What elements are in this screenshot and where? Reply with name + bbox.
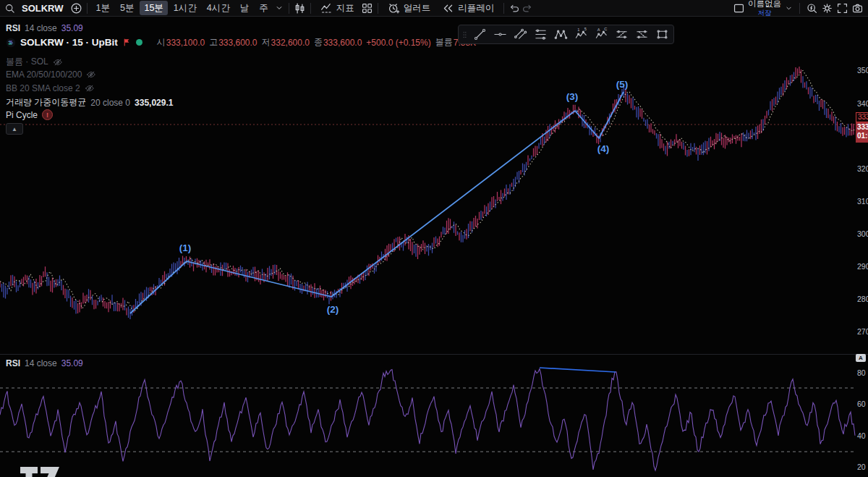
rsi-params: 14 close [25, 358, 57, 368]
xabcd-pattern-tool-icon[interactable] [550, 26, 571, 43]
eye-off-icon[interactable] [86, 69, 96, 80]
quick-search-icon[interactable] [806, 2, 818, 14]
indicators-button[interactable]: 지표 [315, 1, 359, 16]
alarm-clock-icon [388, 2, 400, 14]
legend-row-ema[interactable]: EMA 20/50/100/200 [6, 69, 96, 80]
legend-row-vwma[interactable]: 거래량 가중이동평균 20 close 0 335,029.1 [6, 96, 173, 109]
search-icon[interactable] [4, 3, 15, 14]
alert-price-label[interactable]: 333,100.0 [856, 112, 868, 122]
elliott-impulse-wave-tool-icon[interactable]: 15 [571, 26, 591, 43]
timeframe-5분[interactable]: 5분 [116, 1, 138, 15]
alert-button[interactable]: 얼러트 [383, 1, 436, 16]
rsi-value: 35.09 [61, 358, 83, 368]
long-position-tool-icon[interactable] [611, 26, 631, 43]
chevron-down-icon[interactable] [274, 3, 284, 13]
short-position-tool-icon[interactable] [631, 26, 652, 43]
main-symbol-legend[interactable]: SOLKRW · 15 · UpBit 시333,100.0 고333,600.… [6, 36, 476, 48]
timeframe-주[interactable]: 주 [255, 1, 273, 15]
last-price-label: 333,600.0 01:5 [856, 122, 868, 143]
flag-icon[interactable] [122, 38, 132, 47]
picycle-indicator-label: Pi Cycle [6, 110, 38, 120]
timeframe-1분[interactable]: 1분 [92, 1, 114, 15]
indicator-templates-icon[interactable] [361, 2, 373, 14]
rsi-value: 35.09 [61, 23, 83, 33]
ohlc-open-key: 시 [157, 36, 166, 48]
price-axis-tick: 340,000 [857, 99, 868, 108]
timeframe-날[interactable]: 날 [236, 1, 254, 15]
chart-canvas[interactable]: (1)(2)(3)(4)(5) [0, 0, 868, 477]
layout-name-label: 이름없음 [748, 0, 781, 9]
chart-style-candles-icon[interactable] [294, 2, 306, 14]
replay-label: 리플레이 [458, 2, 494, 14]
camera-icon[interactable] [851, 2, 864, 14]
eye-off-icon[interactable] [85, 83, 95, 93]
toolbar-right-group: 이름없음 저장 [733, 0, 864, 16]
timeframe-1시간[interactable]: 1시간 [169, 1, 201, 15]
legend-collapse-button[interactable]: ▲ [6, 123, 23, 135]
floating-drawing-toolbar: 15AC [458, 25, 674, 44]
compare-add-icon[interactable] [70, 2, 82, 14]
error-icon[interactable]: ! [42, 109, 53, 120]
elliott-wave-label[interactable]: (3) [566, 91, 579, 102]
eye-off-icon[interactable] [53, 57, 63, 67]
vwma-params: 20 close 0 [90, 98, 130, 108]
legend-row-picycle[interactable]: Pi Cycle ! [6, 109, 53, 120]
layout-icon[interactable] [733, 2, 745, 14]
replay-button[interactable]: 리플레이 [437, 1, 499, 16]
undo-icon[interactable] [509, 2, 520, 14]
elliott-wave-label[interactable]: (2) [327, 304, 339, 315]
elliott-wave-label[interactable]: (1) [179, 242, 192, 253]
rectangle-tool-icon[interactable] [652, 26, 672, 43]
price-axis-tick: 270,000 [857, 327, 868, 336]
ohlc-close-value: 333,600.0 [323, 38, 362, 48]
indicators-icon [320, 2, 333, 14]
legend-row-volume[interactable]: 볼륨 · SOL [6, 56, 63, 68]
vwma-indicator-label: 거래량 가중이동평균 [6, 96, 86, 109]
rsi-top-legend[interactable]: RSI 14 close 35.09 [6, 23, 83, 33]
market-status-dot[interactable] [136, 39, 142, 46]
price-axis-tick: 300,000 [857, 229, 868, 238]
symbol-search-button[interactable]: SOLKRW [17, 1, 69, 16]
svg-text:5: 5 [584, 28, 586, 31]
parallel-channel-tool-icon[interactable] [510, 26, 530, 43]
ohlc-low-value: 332,600.0 [271, 38, 310, 48]
chevron-down-icon[interactable] [784, 4, 793, 13]
vwma-value: 335,029.1 [135, 98, 173, 108]
svg-text:1: 1 [577, 28, 579, 32]
gear-icon[interactable] [821, 2, 833, 14]
toolbar-separator [310, 3, 311, 14]
toolbar-separator [799, 3, 800, 14]
volume-key: 볼륨 [435, 36, 453, 48]
elliott-correction-wave-tool-icon[interactable]: AC [591, 26, 611, 43]
legend-row-bb[interactable]: BB 20 SMA close 2 [6, 83, 95, 93]
price-axis-tick: 310,000 [857, 197, 868, 206]
svg-text:A: A [597, 28, 600, 32]
price-axis-tick: 350,000 [857, 66, 868, 75]
ema-indicator-label: EMA 20/50/100/200 [6, 69, 82, 80]
trend-line-tool-icon[interactable] [469, 26, 490, 43]
drawing-toolbar-drag-handle[interactable] [460, 26, 469, 43]
top-toolbar: SOLKRW 1분5분15분1시간4시간날주 지표 얼러트 리플레이 이름없음 [0, 0, 868, 17]
rsi-title: RSI [6, 23, 20, 33]
rsi-divergence-line[interactable] [540, 368, 616, 372]
horizontal-line-tool-icon[interactable] [490, 26, 510, 43]
save-label: 저장 [758, 9, 772, 17]
volume-indicator-label: 볼륨 · SOL [6, 56, 48, 68]
price-axis-tick: 320,000 [857, 164, 868, 173]
elliott-wave-label[interactable]: (5) [616, 79, 629, 90]
timeframe-15분[interactable]: 15분 [140, 1, 167, 15]
price-axis-tick: 280,000 [857, 295, 868, 303]
bar-countdown: 01:5 [857, 132, 868, 140]
rsi-pane-legend[interactable]: RSI 14 close 35.09 [6, 358, 83, 368]
price-series-down [2, 72, 848, 320]
tradingview-logo [19, 464, 71, 477]
pane-divider[interactable] [0, 354, 868, 355]
fib-retracement-tool-icon[interactable] [530, 26, 550, 43]
price-scale-auto-button[interactable]: A [856, 354, 866, 362]
redo-icon[interactable] [522, 2, 533, 14]
timeframe-4시간[interactable]: 4시간 [203, 1, 234, 15]
bb-indicator-label: BB 20 SMA close 2 [6, 83, 80, 93]
fullscreen-icon[interactable] [836, 2, 848, 14]
elliott-wave-label[interactable]: (4) [597, 143, 610, 154]
layout-name-button[interactable]: 이름없음 저장 [748, 0, 781, 16]
